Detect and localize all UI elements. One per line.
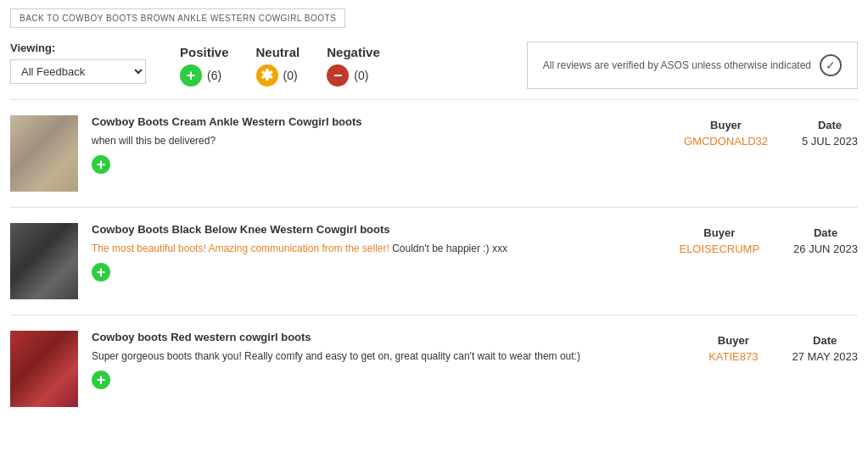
- buyer-group: Buyer KATIE873: [708, 334, 758, 363]
- verified-box: All reviews are verified by ASOS unless …: [527, 42, 858, 89]
- feedback-content: Cowboy Boots Black Below Knee Western Co…: [92, 223, 665, 282]
- buyer-date-section: Buyer ELOISECRUMP Date 26 JUN 2023: [679, 226, 858, 255]
- neutral-stat: Neutral ✱ (0): [256, 45, 300, 86]
- negative-label: Negative: [327, 45, 380, 59]
- buyer-group: Buyer GMCDONALD32: [684, 119, 768, 148]
- review-text-normal: Couldn't be happier :) xxx: [392, 243, 507, 254]
- negative-icon: −: [327, 64, 349, 86]
- product-name: Cowboy boots Red western cowgirl boots: [92, 331, 695, 343]
- buyer-value: ELOISECRUMP: [679, 243, 759, 255]
- negative-value: − (0): [327, 64, 368, 86]
- date-group: Date 27 MAY 2023: [792, 334, 858, 363]
- date-group: Date 5 JUL 2023: [802, 119, 858, 148]
- neutral-label: Neutral: [256, 45, 300, 59]
- feedback-item: Cowboy boots Red western cowgirl boots S…: [10, 315, 858, 422]
- back-button[interactable]: BACK TO COWBOY BOOTS BROWN ANKLE WESTERN…: [10, 8, 345, 28]
- date-label: Date: [814, 226, 837, 239]
- review-text: when will this be delivered?: [92, 133, 670, 148]
- date-label: Date: [813, 334, 837, 347]
- verified-text: All reviews are verified by ASOS unless …: [543, 59, 811, 71]
- buyer-label: Buyer: [710, 119, 742, 131]
- feedback-item: Cowboy Boots Black Below Knee Western Co…: [10, 207, 858, 315]
- date-value: 5 JUL 2023: [802, 135, 858, 148]
- expand-button[interactable]: +: [92, 263, 110, 282]
- buyer-group: Buyer ELOISECRUMP: [679, 226, 759, 255]
- negative-count: (0): [354, 69, 368, 82]
- buyer-date-section: Buyer KATIE873 Date 27 MAY 2023: [708, 334, 858, 363]
- review-text: Super gorgeous boots thank you! Really c…: [92, 349, 695, 364]
- buyer-label: Buyer: [703, 226, 735, 239]
- neutral-value: ✱ (0): [256, 64, 298, 86]
- review-text-highlight: The most beautiful boots! Amazing commun…: [92, 243, 389, 254]
- product-image: [10, 331, 78, 407]
- product-name: Cowboy Boots Black Below Knee Western Co…: [92, 223, 665, 236]
- positive-value: + (6): [180, 64, 221, 86]
- date-group: Date 26 JUN 2023: [793, 226, 858, 255]
- buyer-value: KATIE873: [708, 350, 758, 363]
- positive-label: Positive: [180, 45, 229, 59]
- feedback-stats: Positive + (6) Neutral ✱ (0) Negative − …: [180, 45, 380, 86]
- positive-icon: +: [180, 64, 202, 86]
- review-text: The most beautiful boots! Amazing commun…: [92, 241, 665, 256]
- buyer-date-section: Buyer GMCDONALD32 Date 5 JUL 2023: [684, 119, 858, 148]
- check-icon: ✓: [820, 54, 842, 76]
- neutral-count: (0): [283, 69, 298, 82]
- product-image: [10, 115, 78, 192]
- feedback-content: Cowboy Boots Cream Ankle Western Cowgirl…: [92, 115, 670, 174]
- positive-stat: Positive + (6): [180, 45, 229, 86]
- product-image: [10, 223, 78, 299]
- stats-row: Viewing: All Feedback Positive Neutral N…: [0, 35, 868, 99]
- feedback-list: Cowboy Boots Cream Ankle Western Cowgirl…: [0, 99, 868, 422]
- positive-count: (6): [207, 69, 221, 82]
- viewing-label: Viewing:: [10, 42, 146, 54]
- buyer-label: Buyer: [718, 334, 749, 347]
- feedback-item: Cowboy Boots Cream Ankle Western Cowgirl…: [10, 99, 858, 207]
- expand-button[interactable]: +: [92, 155, 110, 174]
- date-value: 26 JUN 2023: [793, 243, 858, 255]
- product-name: Cowboy Boots Cream Ankle Western Cowgirl…: [92, 115, 670, 128]
- expand-button[interactable]: +: [92, 371, 110, 389]
- neutral-icon: ✱: [256, 64, 278, 86]
- viewing-section: Viewing: All Feedback Positive Neutral N…: [10, 42, 146, 84]
- negative-stat: Negative − (0): [327, 45, 380, 86]
- viewing-select[interactable]: All Feedback Positive Neutral Negative: [10, 59, 146, 84]
- buyer-value: GMCDONALD32: [684, 135, 768, 148]
- date-value: 27 MAY 2023: [792, 350, 858, 363]
- feedback-content: Cowboy boots Red western cowgirl boots S…: [92, 331, 695, 389]
- date-label: Date: [818, 119, 842, 131]
